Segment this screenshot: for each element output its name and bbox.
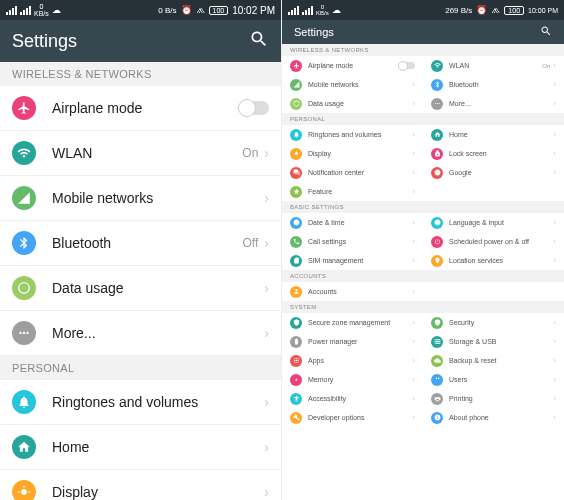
account-icon <box>290 286 302 298</box>
row-trail: › <box>553 256 556 265</box>
row-trail: › <box>553 99 556 108</box>
secure-icon <box>290 317 302 329</box>
settings-row[interactable]: Display› <box>0 470 281 500</box>
settings-row[interactable]: More...› <box>423 94 564 113</box>
users-icon <box>431 374 443 386</box>
settings-row[interactable]: SIM management› <box>282 251 423 270</box>
feature-icon <box>290 186 302 198</box>
settings-row[interactable]: Memory› <box>282 370 423 389</box>
row-trail: › <box>553 130 556 139</box>
row-label: Mobile networks <box>308 81 412 88</box>
signal-icon-2 <box>20 6 31 15</box>
settings-row[interactable]: BluetoothOff› <box>0 221 281 266</box>
settings-row[interactable]: Airplane mode <box>0 86 281 131</box>
wifi-icon <box>12 141 36 165</box>
toggle-switch[interactable] <box>399 62 415 69</box>
section-header: WIRELESS & NETWORKS <box>0 62 281 86</box>
row-label: WLAN <box>449 62 542 69</box>
sim-icon <box>290 255 302 267</box>
settings-row[interactable]: Accounts› <box>282 282 423 301</box>
lock-icon <box>431 148 443 160</box>
settings-row[interactable]: Ringtones and volumes› <box>282 125 423 144</box>
settings-row[interactable]: Language & input› <box>423 213 564 232</box>
settings-row[interactable]: Storage & USB› <box>423 332 564 351</box>
settings-row[interactable]: WLANOn› <box>423 56 564 75</box>
phone-icon <box>290 236 302 248</box>
settings-row[interactable]: Accessibility› <box>282 389 423 408</box>
search-button[interactable] <box>540 25 552 39</box>
google-icon <box>431 167 443 179</box>
settings-row[interactable]: Call settings› <box>282 232 423 251</box>
settings-row[interactable]: Bluetooth› <box>423 75 564 94</box>
settings-list[interactable]: WIRELESS & NETWORKSAirplane modeWLANOn›M… <box>0 62 281 500</box>
row-label: Scheduled power on & off <box>449 238 553 245</box>
chevron-right-icon: › <box>264 325 269 341</box>
clock: 10:02 PM <box>232 5 275 16</box>
display-icon <box>290 148 302 160</box>
settings-row[interactable]: Location services› <box>423 251 564 270</box>
settings-row[interactable]: Data usage› <box>282 94 423 113</box>
row-trail: › <box>553 413 556 422</box>
settings-row[interactable]: Feature› <box>282 182 423 201</box>
battery-icon: 100 <box>209 6 229 15</box>
toggle-switch[interactable] <box>239 101 269 115</box>
settings-row[interactable]: Scheduled power on & off› <box>423 232 564 251</box>
data-icon <box>12 276 36 300</box>
settings-row[interactable]: Lock screen› <box>423 144 564 163</box>
settings-row[interactable]: More...› <box>0 311 281 356</box>
app-bar: Settings <box>0 20 281 62</box>
settings-row[interactable]: Printing› <box>423 389 564 408</box>
row-label: More... <box>52 325 264 341</box>
settings-row[interactable]: Notification center› <box>282 163 423 182</box>
home-icon <box>431 129 443 141</box>
settings-row[interactable]: WLANOn› <box>0 131 281 176</box>
row-trail: › <box>264 439 269 455</box>
settings-row[interactable]: Data usage› <box>0 266 281 311</box>
settings-row[interactable]: Ringtones and volumes› <box>0 380 281 425</box>
row-trail: › <box>412 287 415 296</box>
row-trail: › <box>264 484 269 500</box>
airplane-icon <box>290 60 302 72</box>
row-label: Developer options <box>308 414 412 421</box>
chevron-right-icon: › <box>412 168 415 177</box>
settings-row[interactable]: Google› <box>423 163 564 182</box>
settings-row[interactable]: About phone› <box>423 408 564 427</box>
chevron-right-icon: › <box>412 413 415 422</box>
battery-icon <box>290 336 302 348</box>
section-header: BASIC SETTINGS <box>282 201 564 213</box>
chevron-right-icon: › <box>412 237 415 246</box>
settings-row[interactable]: Developer options› <box>282 408 423 427</box>
chevron-right-icon: › <box>553 337 556 346</box>
settings-list[interactable]: WIRELESS & NETWORKSAirplane modeMobile n… <box>282 44 564 500</box>
search-button[interactable] <box>249 29 269 54</box>
settings-row[interactable]: Display› <box>282 144 423 163</box>
settings-row[interactable]: Apps› <box>282 351 423 370</box>
settings-row[interactable]: Home› <box>0 425 281 470</box>
settings-row[interactable]: Airplane mode <box>282 56 423 75</box>
row-trail: › <box>553 168 556 177</box>
status-right: 0 B/s ⏰ ⩕ 100 10:02 PM <box>158 5 275 16</box>
row-label: Bluetooth <box>449 81 553 88</box>
row-trail: › <box>412 356 415 365</box>
row-label: Ringtones and volumes <box>52 394 264 410</box>
settings-row[interactable]: Date & time› <box>282 213 423 232</box>
settings-row[interactable]: Users› <box>423 370 564 389</box>
wifi-icon: ⩕ <box>491 5 500 15</box>
settings-row[interactable]: Backup & reset› <box>423 351 564 370</box>
settings-row[interactable]: Secure zone management› <box>282 313 423 332</box>
row-trail: › <box>412 237 415 246</box>
settings-row[interactable]: Mobile networks› <box>0 176 281 221</box>
row-trail: › <box>412 394 415 403</box>
battery-icon: 100 <box>504 6 524 15</box>
col-right <box>423 282 564 301</box>
settings-row[interactable]: Mobile networks› <box>282 75 423 94</box>
settings-screen-small: 0KB/s ☁ 269 B/s ⏰ ⩕ 100 10:00 PM Setting… <box>282 0 564 500</box>
trail-value: Off <box>243 236 259 250</box>
status-left: 0KB/s ☁ <box>6 3 61 17</box>
chevron-right-icon: › <box>412 130 415 139</box>
settings-row[interactable]: Power manager› <box>282 332 423 351</box>
settings-row[interactable]: Home› <box>423 125 564 144</box>
section-header: PERSONAL <box>282 113 564 125</box>
settings-row[interactable]: Security› <box>423 313 564 332</box>
cellular-icon <box>290 79 302 91</box>
